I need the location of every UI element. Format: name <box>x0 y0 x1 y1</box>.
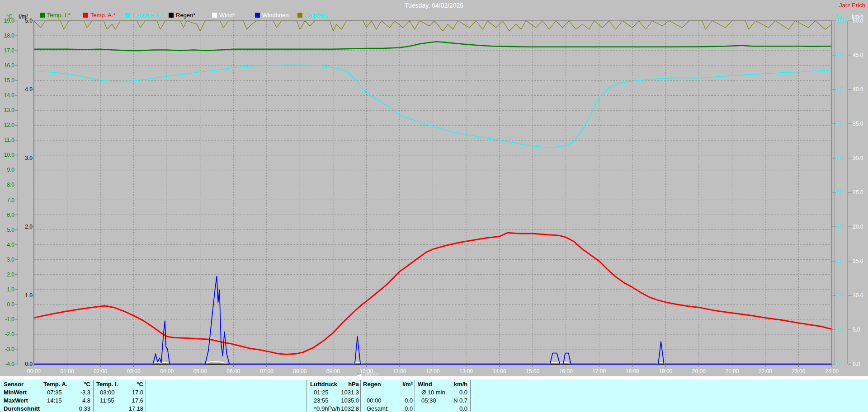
tick-label-celsius: 0.0 <box>7 301 14 308</box>
tick-label-kmh: 50.0 <box>853 18 863 24</box>
table-value-luftdruck: 1031.3 <box>318 389 359 397</box>
x-axis-label: 23:00 <box>792 368 805 375</box>
tick-label-celsius: -4.0 <box>5 361 14 367</box>
table-value-luftdruck: 1035.0 <box>318 397 359 405</box>
tick-label-celsius: 2.0 <box>7 272 14 278</box>
tick-label-percent: 70 <box>836 121 843 127</box>
tick-label-celsius: -2.0 <box>5 331 14 337</box>
tick-label-celsius: 19.0 <box>4 18 15 24</box>
tick-label-rain: 0.0 <box>25 361 33 367</box>
x-axis-label: 01:00 <box>61 368 74 375</box>
tick-label-celsius: 7.0 <box>7 197 14 203</box>
statistics-table: SensorMinWertMaxWertDurchschnittTemp. A.… <box>0 379 868 412</box>
table-value-temp_a: -3.3 <box>50 389 90 397</box>
tick-label-celsius: 16.0 <box>4 62 15 69</box>
tick-label-celsius: -3.0 <box>5 346 14 352</box>
tick-label-kmh: 20.0 <box>853 224 863 230</box>
tick-label-rain: 4.0 <box>25 86 33 93</box>
table-column-divider <box>93 380 94 412</box>
table-column-divider <box>200 380 200 412</box>
table-header-unit-temp_i: °C <box>116 380 143 389</box>
x-axis-label: 06:00 <box>226 368 240 375</box>
x-axis-label: 20:00 <box>692 368 706 375</box>
tick-label-rain: 1.0 <box>25 292 33 299</box>
table-header-unit-regen: l/m² <box>386 380 413 389</box>
tick-label-celsius: 5.0 <box>7 227 14 233</box>
tick-label-rain: 3.0 <box>25 155 33 161</box>
table-header-unit-luftdruck: hPa <box>332 380 359 389</box>
tick-label-celsius: 8.0 <box>7 182 14 188</box>
tick-label-kmh: 5.0 <box>853 327 860 333</box>
tick-label-percent: 100 <box>836 18 845 24</box>
tick-label-percent: 30 <box>836 258 843 264</box>
table-column-divider <box>360 380 361 412</box>
tick-label-percent: 0 <box>836 361 840 367</box>
x-axis-label: 15:00 <box>526 368 539 375</box>
tick-label-rain: 5.0 <box>25 18 33 24</box>
x-axis-label: 24:00 <box>825 368 839 375</box>
tick-label-percent: 90 <box>836 52 843 58</box>
tick-label-celsius: 4.0 <box>7 242 14 248</box>
table-value-temp_i: 17.0 <box>103 389 143 397</box>
x-axis-label: 13:00 <box>459 368 473 375</box>
tick-label-kmh: 40.0 <box>853 86 863 93</box>
tick-label-celsius: 15.0 <box>4 77 15 84</box>
table-value-temp_a: 0.33 <box>50 405 90 412</box>
x-axis-label: 03:00 <box>127 368 141 375</box>
x-axis-label: 11:00 <box>393 368 406 375</box>
tick-label-kmh: 10.0 <box>853 292 863 299</box>
tick-label-celsius: 9.0 <box>7 167 14 173</box>
table-value-temp_a: 4.8 <box>50 397 90 405</box>
table-header-unit-wind: km/h <box>440 380 467 389</box>
table-value-temp_i: 17.18 <box>103 405 143 412</box>
tick-label-celsius: 18.0 <box>4 33 15 39</box>
x-axis-label: 17:00 <box>592 368 606 375</box>
table-value-regen: 0.0 <box>372 397 413 405</box>
tick-label-celsius: 1.0 <box>7 286 14 293</box>
x-axis-label: 12:00 <box>426 368 439 375</box>
table-column-divider <box>40 380 40 412</box>
table-column-divider <box>146 380 146 412</box>
x-axis-label: 07:00 <box>260 368 274 375</box>
x-axis-label: 08:00 <box>293 368 307 375</box>
tick-label-percent: 50 <box>836 189 843 196</box>
chart-plot-area: 19.018.017.016.015.014.013.012.011.010.0… <box>0 0 868 376</box>
tick-label-kmh: 45.0 <box>853 52 863 58</box>
tick-label-celsius: -1.0 <box>5 316 14 323</box>
x-axis-label: 22:00 <box>759 368 772 375</box>
table-column-divider <box>470 380 471 412</box>
tick-label-celsius: 14.0 <box>4 92 15 98</box>
tick-label-kmh: 25.0 <box>853 189 863 196</box>
tick-label-kmh: 35.0 <box>853 121 863 127</box>
table-value-temp_i: 17.6 <box>103 397 143 405</box>
tick-label-celsius: 13.0 <box>4 107 15 113</box>
tick-label-percent: 10 <box>836 327 843 333</box>
table-separator <box>0 376 868 379</box>
x-axis-label: 19:00 <box>659 368 672 375</box>
tick-label-celsius: 6.0 <box>7 212 14 218</box>
tick-label-celsius: 12.0 <box>4 122 15 128</box>
x-axis-label: 18:00 <box>626 368 639 375</box>
tick-label-celsius: 10.0 <box>4 152 15 158</box>
x-axis-label: 05:00 <box>193 368 207 375</box>
x-axis-label: 09:00 <box>326 368 340 375</box>
tick-label-percent: 20 <box>836 292 843 299</box>
weather-chart-window: Tuesday, 04/02/2025 Jarz Erich Temp. I.*… <box>0 0 868 412</box>
table-value-wind: 0.0 <box>427 405 467 412</box>
x-axis-label: 21:00 <box>725 368 739 375</box>
tick-label-kmh: 30.0 <box>853 155 863 161</box>
table-column-divider <box>307 380 307 412</box>
tick-label-celsius: 17.0 <box>4 47 15 54</box>
tick-label-percent: 80 <box>836 86 843 93</box>
table-column-divider <box>415 380 415 412</box>
tick-label-celsius: 3.0 <box>7 257 14 263</box>
table-value-wind: 0.0 <box>427 389 467 397</box>
tick-label-rain: 2.0 <box>25 224 33 230</box>
x-axis-label: 04:00 <box>160 368 174 375</box>
x-axis-label: 14:00 <box>493 368 506 375</box>
tick-label-percent: 40 <box>836 224 843 230</box>
x-axis-label: 16:00 <box>559 368 573 375</box>
tick-label-kmh: 15.0 <box>853 258 863 264</box>
tick-label-percent: 60 <box>836 155 843 161</box>
table-value-wind: N 0.7 <box>427 397 467 405</box>
